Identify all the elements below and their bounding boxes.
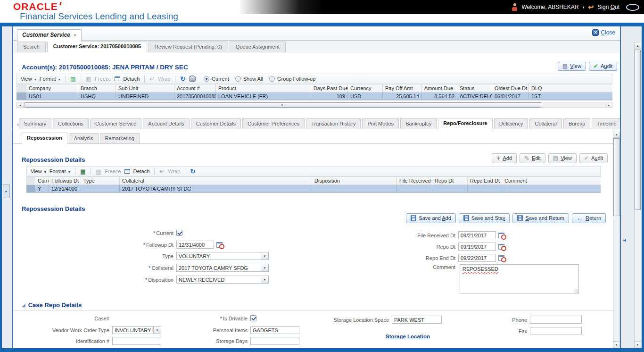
content-vscrollbar[interactable]: ▲ ▼: [613, 131, 620, 348]
account-row[interactable]: US01 USHQ UNDEFINED 20170500010085 LOAN …: [17, 92, 613, 100]
resize-grip-icon[interactable]: [574, 289, 578, 293]
comment-textarea[interactable]: REPOSESSED: [460, 264, 579, 293]
edit-button[interactable]: ✎Edit: [520, 153, 545, 163]
col-account-number[interactable]: Account #: [174, 84, 216, 92]
personal-items-input[interactable]: GADGETS: [250, 326, 299, 334]
is-drivable-checkbox[interactable]: [250, 315, 256, 321]
dropdown-arrow-icon[interactable]: ▼: [261, 264, 269, 272]
col-dlq[interactable]: DLQ: [529, 84, 613, 92]
tab-search[interactable]: Search: [17, 42, 46, 52]
collateral-select[interactable]: 2017 TOYOTA CAMRY SFDG▼: [176, 264, 269, 272]
scroll-up-icon[interactable]: ▲: [613, 131, 619, 138]
tab-customer-service-window[interactable]: Customer Service ×: [17, 29, 82, 42]
tab-analysis[interactable]: Analysis: [69, 133, 99, 143]
followup-dt-input[interactable]: 12/31/4000: [176, 241, 214, 249]
view-menu[interactable]: View ▾: [31, 168, 46, 174]
hscroll-track[interactable]: [24, 102, 605, 108]
tab-customer-details[interactable]: Customer Details: [191, 118, 241, 129]
close-button[interactable]: ✕ Close: [592, 29, 615, 36]
tab-bankruptcy[interactable]: Bankruptcy: [400, 118, 437, 129]
col-current[interactable]: Current: [35, 177, 49, 185]
tab-summary[interactable]: Summary: [19, 118, 51, 129]
col-oldest-due-dt[interactable]: Oldest Due Dt: [492, 84, 529, 92]
vscroll-thumb[interactable]: [635, 50, 641, 210]
save-and-add-button[interactable]: Save and Add: [406, 213, 456, 223]
scroll-left-icon[interactable]: ◄: [17, 102, 24, 108]
col-type[interactable]: Type: [81, 177, 120, 185]
col-status[interactable]: Status: [457, 84, 492, 92]
wrap-button[interactable]: Wrap: [158, 76, 170, 82]
hscroll-thumb[interactable]: [25, 102, 541, 108]
return-button[interactable]: ←Return: [572, 213, 606, 223]
col-product[interactable]: Product: [216, 84, 311, 92]
scroll-right-icon[interactable]: ►: [605, 102, 612, 108]
view-button[interactable]: ▤View: [558, 62, 586, 71]
calendar-icon[interactable]: [216, 242, 223, 248]
col-branch[interactable]: Branch: [78, 84, 116, 92]
col-disposition[interactable]: Disposition: [312, 177, 397, 185]
page-vscrollbar[interactable]: ▲ ▼: [634, 42, 641, 348]
file-received-dt-input[interactable]: 09/21/2017: [458, 231, 496, 239]
tab-timeline[interactable]: Timeline: [592, 118, 621, 129]
tab-transaction-history[interactable]: Transaction History: [306, 118, 361, 129]
col-days-past-due[interactable]: Days Past Due: [311, 84, 348, 92]
col-pay-off-amt[interactable]: Pay Off Amt: [383, 84, 422, 92]
tab-deficiency[interactable]: Deficiency: [494, 118, 528, 129]
scroll-down-icon[interactable]: ▼: [635, 341, 641, 348]
scroll-up-icon[interactable]: ▲: [635, 42, 641, 49]
calendar-icon[interactable]: [498, 233, 504, 238]
radio-current[interactable]: [204, 76, 209, 82]
storage-location-space-input[interactable]: PARK WEST: [392, 316, 442, 324]
tab-close-icon[interactable]: ×: [74, 32, 76, 38]
tab-remarketing[interactable]: Remarketing: [100, 133, 140, 143]
format-menu[interactable]: Format ▾: [40, 76, 60, 82]
vscroll-thumb[interactable]: [613, 138, 619, 216]
col-repo-end-dt[interactable]: Repo End Dt: [468, 177, 502, 185]
refresh-button[interactable]: ↻: [190, 168, 196, 175]
tab-pmt-modes[interactable]: Pmt Modes: [362, 118, 399, 129]
col-company[interactable]: Company: [26, 84, 78, 92]
export-to-excel-icon[interactable]: ▦: [80, 168, 86, 175]
freeze-button[interactable]: Freeze: [95, 76, 111, 82]
tab-repo-foreclosure[interactable]: Repo/Foreclosure: [438, 118, 493, 129]
calendar-icon[interactable]: [498, 244, 504, 250]
save-and-stay-button[interactable]: Save and Stay: [459, 213, 510, 223]
export-to-excel-icon[interactable]: ▦: [70, 76, 76, 82]
format-menu[interactable]: Format ▾: [50, 168, 70, 174]
radio-show-all[interactable]: [235, 76, 241, 82]
tab-customer-service-account[interactable]: Customer Service: 20170500010085: [47, 41, 147, 52]
identification-number-input[interactable]: [112, 337, 161, 345]
col-sub-unit[interactable]: Sub Unit: [116, 84, 174, 92]
row-selector[interactable]: [17, 92, 26, 100]
dropdown-arrow-icon[interactable]: ▼: [261, 276, 269, 284]
repossession-row[interactable]: Y 12/31/4000 2017 TOYOTA CAMRY SFDG: [27, 185, 601, 193]
account-grid-hscrollbar[interactable]: ◄ ►: [17, 102, 612, 108]
current-checkbox[interactable]: [176, 230, 182, 236]
tab-customer-service[interactable]: Customer Service: [90, 118, 141, 129]
col-amount-due[interactable]: Amount Due: [422, 84, 457, 92]
repo-end-dt-input[interactable]: 09/22/2017: [458, 254, 496, 262]
left-splitter-handle[interactable]: ►: [3, 184, 10, 198]
col-repo-dt[interactable]: Repo Dt: [432, 177, 468, 185]
tab-review-request[interactable]: Review Request (Pending: 0): [149, 42, 228, 52]
radio-group-follow-up[interactable]: [269, 76, 275, 82]
disclosure-triangle-icon[interactable]: ◢: [22, 302, 25, 308]
fax-input[interactable]: [530, 327, 582, 335]
col-comment[interactable]: Comment: [502, 177, 601, 185]
welcome-menu[interactable]: Welcome, ABSHEKAR: [521, 4, 578, 10]
scroll-down-icon[interactable]: ▼: [613, 341, 619, 348]
col-currency[interactable]: Currency: [348, 84, 383, 92]
sign-out-link[interactable]: Sign Out: [597, 4, 619, 10]
tab-queue-assignment[interactable]: Queue Assignment: [230, 42, 286, 52]
col-followup-dt[interactable]: Followup Dt: [49, 177, 81, 185]
chevron-down-icon[interactable]: ▾: [583, 5, 585, 9]
calendar-icon[interactable]: [498, 255, 504, 261]
row-selector[interactable]: [27, 185, 35, 193]
tab-bureau[interactable]: Bureau: [563, 118, 590, 129]
col-collateral[interactable]: Collateral: [120, 177, 312, 185]
detach-button[interactable]: Detach: [124, 76, 140, 82]
tab-customer-preferences[interactable]: Customer Preferences: [242, 118, 305, 129]
disposition-select[interactable]: NEWLY RECEIVED▼: [176, 276, 269, 284]
tab-repossession[interactable]: Repossession: [22, 133, 67, 144]
dropdown-arrow-icon[interactable]: ▼: [261, 252, 269, 260]
